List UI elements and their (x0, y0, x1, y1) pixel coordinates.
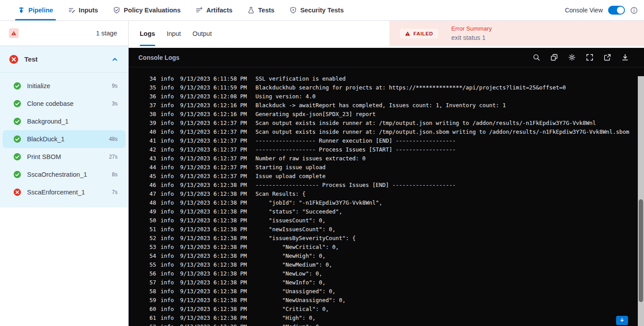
nav-tab-inputs[interactable]: Inputs (68, 0, 98, 20)
pipeline-icon (18, 7, 25, 14)
log-output: 34 info 9/13/2023 6:11:58 PM SSL verific… (129, 74, 644, 326)
log-line: 58 info 9/13/2023 6:12:38 PM "Unassigned… (129, 287, 644, 295)
log-line: 46 info 9/13/2023 6:12:38 PM -----------… (129, 180, 644, 189)
copy-icon[interactable] (550, 54, 558, 61)
log-line: 51 info 9/13/2023 6:12:38 PM "newIssuesC… (129, 225, 644, 233)
log-line: 35 info 9/13/2023 6:11:59 PM Blackduckhu… (129, 83, 644, 92)
log-tab-logs[interactable]: Logs (140, 21, 155, 46)
failed-status-icon (13, 188, 21, 196)
scrollbar-track[interactable] (638, 76, 644, 326)
policy-evaluations-icon (113, 7, 120, 14)
log-line: 36 info 9/13/2023 6:12:08 PM Using versi… (129, 92, 644, 101)
stage-group-test[interactable]: Test (0, 46, 128, 73)
nav-tab-tests[interactable]: Tests (247, 0, 275, 20)
search-icon[interactable] (533, 54, 540, 61)
log-line: 62 info 9/13/2023 6:12:38 PM "Medium": 0 (129, 322, 644, 326)
log-line: 53 info 9/13/2023 6:12:38 PM "NewCritica… (129, 242, 644, 251)
console-header: Console Logs (129, 48, 644, 67)
nav-tab-security-tests[interactable]: Security Tests (290, 0, 344, 20)
log-line: 38 info 9/13/2023 6:12:16 PM Generating … (129, 109, 644, 118)
log-line: 56 info 9/13/2023 6:12:38 PM "NewLow": 0… (129, 269, 644, 278)
log-line: 48 info 9/13/2023 6:12:38 PM "jobId": "-… (129, 198, 644, 207)
tests-icon (247, 7, 255, 14)
log-line: 39 info 9/13/2023 6:12:37 PM Scan output… (129, 118, 644, 127)
log-tab-input[interactable]: Input (167, 21, 181, 46)
sidebar-step-sscaenforcement-1[interactable]: SscaEnforcement_1 7s (3, 183, 126, 201)
log-line: 40 info 9/13/2023 6:12:37 PM Scan output… (129, 127, 644, 136)
arrow-down-icon (619, 317, 625, 325)
log-line: 42 info 9/13/2023 6:12:37 PM -----------… (129, 145, 644, 154)
stage-group-name: Test (24, 55, 38, 63)
failed-badge: FAILED (400, 29, 438, 39)
security-tests-icon (290, 7, 297, 14)
log-line: 43 info 9/13/2023 6:12:37 PM Number of r… (129, 154, 644, 163)
failed-status-icon (9, 54, 19, 64)
log-line: 55 info 9/13/2023 6:12:38 PM "NewMedium"… (129, 260, 644, 269)
success-status-icon (13, 135, 21, 143)
log-line: 52 info 9/13/2023 6:12:38 PM "issuesBySe… (129, 233, 644, 242)
log-line: 54 info 9/13/2023 6:12:38 PM "NewHigh": … (129, 251, 644, 260)
console-view-toggle[interactable] (608, 6, 625, 15)
warning-triangle-icon (9, 28, 19, 38)
sidebar-step-clone-codebase[interactable]: Clone codebase 3s (3, 95, 126, 113)
execution-sidebar: 1 stage Test Initialize 9s (0, 21, 129, 326)
success-status-icon (13, 171, 21, 179)
chevron-up-icon[interactable] (111, 56, 118, 63)
toggle-knob (617, 7, 624, 14)
artifacts-icon (196, 7, 203, 14)
log-line: 59 info 9/13/2023 6:12:38 PM "NewUnassig… (129, 295, 644, 304)
stage-panel: Test Initialize 9s Clone codebase 3s (0, 46, 128, 207)
main-panel: Logs Input Output FAILED Erro (129, 21, 644, 326)
log-line: 41 info 9/13/2023 6:12:37 PM -----------… (129, 136, 644, 145)
log-line: 34 info 9/13/2023 6:11:58 PM SSL verific… (129, 74, 644, 83)
nav-tab-policy-evaluations[interactable]: Policy Evaluations (113, 0, 181, 20)
settings-icon[interactable] (568, 54, 576, 61)
log-tab-output[interactable]: Output (192, 21, 212, 46)
log-line: 60 info 9/13/2023 6:12:38 PM "Critical":… (129, 304, 644, 313)
console-view-label: Console View (565, 7, 603, 14)
log-line: 47 info 9/13/2023 6:12:38 PM Scan Result… (129, 189, 644, 198)
error-summary-panel: FAILED Error Summary exit status 1 (389, 21, 644, 46)
log-line: 44 info 9/13/2023 6:12:37 PM Starting is… (129, 163, 644, 171)
warning-triangle-icon (405, 31, 410, 36)
sidebar-step-background-1[interactable]: Background_1 (3, 113, 126, 130)
nav-tab-pipeline[interactable]: Pipeline (18, 0, 53, 20)
top-navigation: Pipeline Inputs Policy Evaluations Artif… (0, 0, 644, 21)
inputs-icon (68, 7, 75, 14)
stage-summary: 1 stage (0, 21, 128, 46)
log-line: 57 info 9/13/2023 6:12:38 PM "NewInfo": … (129, 278, 644, 287)
console-toolbar (533, 54, 634, 61)
success-status-icon (13, 100, 21, 108)
error-summary-title: Error Summary (452, 24, 492, 33)
success-status-icon (13, 82, 21, 90)
error-summary-message: exit status 1 (452, 33, 492, 43)
fullscreen-icon[interactable] (586, 54, 593, 61)
log-line: 61 info 9/13/2023 6:12:38 PM "High": 0, (129, 313, 644, 322)
scroll-to-bottom-button[interactable] (616, 316, 628, 325)
scrollbar-thumb[interactable] (639, 199, 643, 302)
info-icon[interactable] (630, 7, 638, 14)
success-status-icon (13, 153, 21, 161)
download-icon[interactable] (621, 54, 629, 61)
success-status-icon (13, 117, 21, 125)
log-line: 50 info 9/13/2023 6:12:38 PM "issuesCoun… (129, 216, 644, 225)
console-logs-panel: Console Logs (129, 48, 644, 326)
sidebar-step-blackduck-1[interactable]: BlackDuck_1 48s (3, 130, 126, 148)
sidebar-step-print-sbom[interactable]: Print SBOM 27s (3, 148, 126, 166)
sidebar-step-sscaorchestration-1[interactable]: SscaOrchestration_1 8s (3, 166, 126, 183)
console-title: Console Logs (138, 54, 180, 61)
sidebar-step-initialize[interactable]: Initialize 9s (3, 77, 126, 95)
log-line: 49 info 9/13/2023 6:12:38 PM "status": "… (129, 207, 644, 216)
stage-count: 1 stage (96, 30, 117, 37)
log-line: 45 info 9/13/2023 6:12:37 PM Issue uploa… (129, 171, 644, 180)
open-external-icon[interactable] (604, 54, 611, 61)
log-tab-bar: Logs Input Output FAILED Erro (129, 21, 644, 46)
log-line: 37 info 9/13/2023 6:12:16 PM Blackduck -… (129, 101, 644, 109)
nav-tab-artifacts[interactable]: Artifacts (196, 0, 232, 20)
console-view-control: Console View (565, 0, 644, 20)
